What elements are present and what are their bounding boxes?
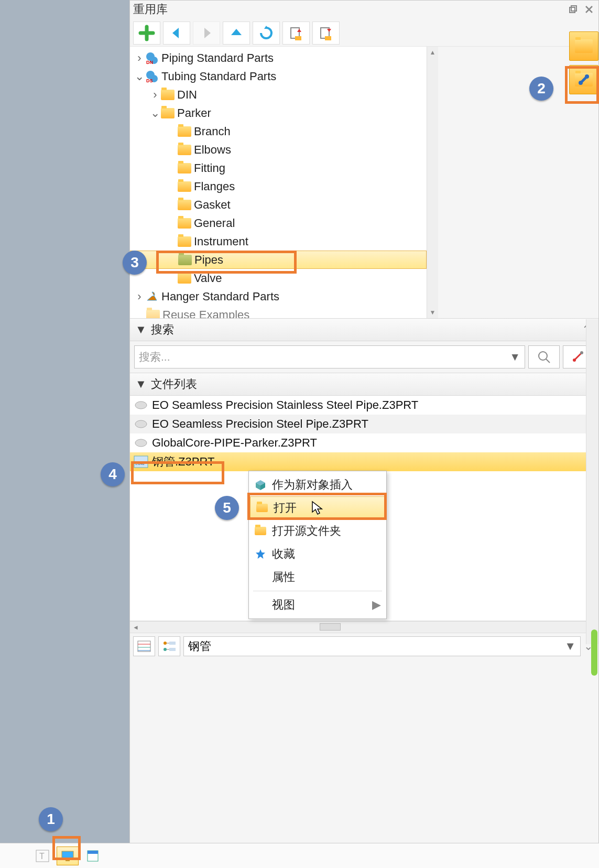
tree-view[interactable]: › DN Piping Standard Parts ⌄ DS Tubing S… [130, 47, 427, 318]
folder-icon [253, 524, 268, 538]
svg-point-29 [585, 74, 589, 79]
svg-point-22 [164, 642, 167, 645]
tree-item-tubing[interactable]: ⌄ DS Tubing Standard Parts [130, 67, 427, 85]
folder-selected-icon [178, 253, 192, 267]
tree-item-valve[interactable]: Valve [130, 269, 427, 287]
forward-button[interactable] [193, 21, 220, 45]
tree-item-hanger[interactable]: › Hanger Standard Parts [130, 287, 427, 306]
expand-icon[interactable]: › [134, 290, 145, 303]
combo-value: 钢管 [188, 638, 564, 654]
scroll-thumb[interactable] [320, 623, 341, 631]
file-name: EO Seamless Precision Stainless Steel Pi… [152, 398, 418, 412]
slider-thumb[interactable] [591, 629, 598, 679]
file-row[interactable]: EO Seamless Precision Stainless Steel Pi… [130, 396, 598, 415]
tree-item-reuse-examples[interactable]: Reuse Examples [130, 306, 427, 318]
side-tool-folder-button[interactable] [569, 65, 598, 94]
part-icon [133, 417, 149, 431]
file-name: EO Seamless Precision Steel Pipe.Z3PRT [152, 417, 368, 431]
callout-5: 5 [215, 496, 239, 520]
file-name: 钢管.Z3PRT [152, 454, 214, 470]
tree-label: Elbows [194, 143, 231, 157]
back-button[interactable] [163, 21, 190, 45]
context-menu: 作为新对象插入 打开 打开源文件夹 收藏 属性 视图 ▶ [248, 471, 387, 619]
svg-point-12 [580, 351, 583, 354]
tree-label: Pipes [194, 253, 223, 267]
callout-4: 4 [101, 462, 125, 486]
tree-item-flanges[interactable]: Flanges [130, 177, 427, 196]
status-monitor-button[interactable] [57, 847, 79, 865]
restore-window-icon[interactable] [567, 3, 580, 16]
scroll-up-icon[interactable]: ▲ [427, 47, 438, 58]
tree-item-din[interactable]: › DIN [130, 85, 427, 104]
svg-point-15 [135, 439, 147, 447]
filelist-hscroll[interactable]: ◄ ► [130, 621, 598, 633]
file-row[interactable]: GlobalCore-PIPE-Parker.Z3PRT [130, 433, 598, 452]
collapse-icon[interactable]: ⌄ [134, 70, 145, 83]
doc-export-button[interactable] [282, 21, 310, 45]
search-section-header[interactable]: ▼ 搜索 ⌃ [130, 318, 598, 341]
status-text-button[interactable]: T [31, 847, 53, 865]
add-button[interactable] [133, 21, 160, 45]
pipe-ds-icon: DS [145, 69, 159, 84]
menu-label: 打开 [274, 500, 297, 516]
menu-insert-as-new[interactable]: 作为新对象插入 [249, 473, 386, 496]
tree-item-piping[interactable]: › DN Piping Standard Parts [130, 49, 427, 67]
toolbar [130, 18, 598, 47]
callout-2: 2 [529, 77, 553, 101]
file-row-selected[interactable]: 5.848 钢管.Z3PRT [130, 452, 598, 471]
doc-import-button[interactable] [312, 21, 340, 45]
file-row[interactable]: EO Seamless Precision Steel Pipe.Z3PRT [130, 415, 598, 433]
menu-label: 打开源文件夹 [272, 523, 341, 539]
svg-rect-34 [66, 860, 70, 861]
status-doc-button[interactable] [82, 847, 104, 865]
filter-combo[interactable]: 钢管 ▼ [183, 636, 581, 656]
refresh-button[interactable] [253, 21, 280, 45]
cursor-icon [311, 501, 323, 515]
folder-icon [177, 179, 192, 194]
menu-open-source-folder[interactable]: 打开源文件夹 [249, 519, 386, 542]
search-input[interactable]: 搜索... ▼ [134, 345, 525, 368]
menu-favorite[interactable]: 收藏 [249, 542, 386, 566]
svg-text:5.848: 5.848 [135, 462, 145, 465]
expand-icon[interactable]: › [134, 51, 145, 65]
tree-scrollbar[interactable]: ▲ ▼ [427, 47, 438, 318]
tree-item-instrument[interactable]: Instrument [130, 232, 427, 251]
collapse-icon[interactable]: ⌄ [150, 106, 160, 120]
tree-item-fitting[interactable]: Fitting [130, 159, 427, 177]
up-button[interactable] [223, 21, 250, 45]
svg-point-28 [579, 81, 583, 85]
panel-header: 重用库 [130, 1, 598, 18]
scroll-down-icon[interactable]: ▼ [427, 307, 438, 318]
dropdown-icon[interactable]: ▼ [564, 639, 576, 653]
status-bar: T [0, 843, 599, 868]
svg-point-13 [135, 402, 147, 409]
view-tree-button[interactable] [158, 636, 180, 656]
folder-icon [177, 271, 192, 286]
menu-view[interactable]: 视图 ▶ [249, 593, 386, 616]
dropdown-icon[interactable]: ▼ [509, 351, 520, 363]
tree-item-branch[interactable]: Branch [130, 122, 427, 140]
bottom-bar: 钢管 ▼ ⌄ [130, 633, 598, 659]
search-button[interactable] [528, 345, 560, 368]
svg-text:DS: DS [146, 78, 153, 83]
menu-label: 作为新对象插入 [272, 477, 353, 493]
scroll-left-icon[interactable]: ◄ [130, 622, 141, 633]
preview-icon: 5.848 [133, 455, 149, 469]
panel-vscroll[interactable] [586, 319, 598, 644]
expand-icon[interactable]: › [150, 88, 160, 102]
tree-item-elbows[interactable]: Elbows [130, 140, 427, 159]
filelist-section-header[interactable]: ▼ 文件列表 [130, 373, 598, 396]
svg-rect-33 [62, 851, 73, 859]
tree-item-pipes[interactable]: Pipes [130, 251, 427, 269]
tree-label: Tubing Standard Parts [161, 70, 276, 83]
tree-item-general[interactable]: General [130, 214, 427, 232]
tree-label: DIN [177, 88, 197, 102]
menu-properties[interactable]: 属性 [249, 566, 386, 589]
tree-item-gasket[interactable]: Gasket [130, 196, 427, 214]
tree-label: Reuse Examples [162, 308, 249, 319]
side-folder-button[interactable] [569, 31, 598, 61]
menu-separator [253, 591, 382, 591]
tree-item-parker[interactable]: ⌄ Parker [130, 104, 427, 122]
view-list-button[interactable] [133, 636, 155, 656]
close-icon[interactable] [583, 3, 595, 16]
